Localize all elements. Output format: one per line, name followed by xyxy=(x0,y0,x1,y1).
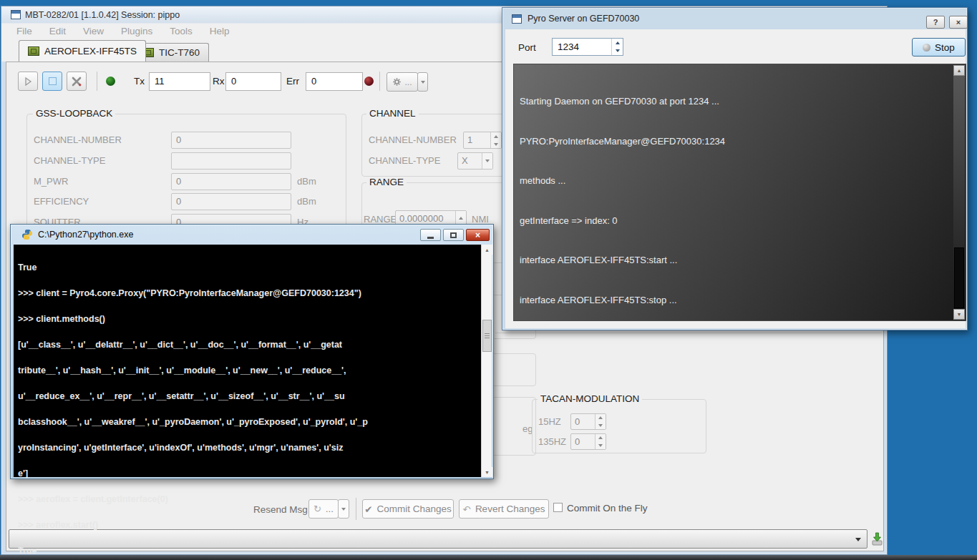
menu-plugins[interactable]: Plugins xyxy=(113,26,160,36)
spinner-arrows[interactable] xyxy=(455,211,466,225)
gss-efficiency-field: 0 xyxy=(171,193,291,210)
desktop: MBT-0282/01 [1.1.0.42] Session: pippo Fi… xyxy=(0,0,977,560)
pyro-window-titlebar[interactable]: Pyro Server on GEFD70030 xyxy=(502,8,967,29)
spin-down-icon xyxy=(616,49,620,52)
spin-down-icon xyxy=(598,444,603,447)
stop-server-icon xyxy=(923,44,930,51)
maximize-button[interactable] xyxy=(443,229,464,241)
scrollbar-thumb[interactable] xyxy=(482,320,492,352)
download-icon xyxy=(871,532,883,546)
pyro-log-console[interactable]: Starting Daemon on GEFD70030 at port 123… xyxy=(513,64,966,321)
spinner-arrows[interactable] xyxy=(595,434,606,449)
maximize-icon xyxy=(450,232,457,238)
tacan-15hz-spinner[interactable]: 0 xyxy=(570,413,606,430)
spinner-arrows[interactable] xyxy=(595,414,606,429)
export-message-button[interactable] xyxy=(871,532,883,546)
menu-tools[interactable]: Tools xyxy=(162,26,200,36)
pyro-scrollbar[interactable]: ▲ ▼ xyxy=(953,65,965,320)
device-chip-icon xyxy=(28,46,39,56)
err-count-field[interactable]: 0 xyxy=(306,72,363,91)
tx-status-led xyxy=(106,77,115,86)
spin-down-icon xyxy=(494,143,498,146)
rx-count-field[interactable]: 0 xyxy=(225,72,281,91)
stop-icon xyxy=(49,77,57,85)
scrollbar-thumb[interactable] xyxy=(954,247,964,308)
python-console-output[interactable]: True >>> client = Pyro4.core.Proxy("PYRO… xyxy=(14,245,492,477)
gss-mpwr-unit: dBm xyxy=(297,176,316,187)
pyro-log-text: Starting Daemon on GEFD70030 at port 123… xyxy=(520,69,948,333)
spinner-arrows[interactable] xyxy=(611,39,623,55)
commit-on-the-fly-label: Commit On the Fly xyxy=(567,503,648,514)
toolbar-separator xyxy=(379,72,380,91)
python-console-text: True >>> client = Pyro4.core.Proxy("PYRO… xyxy=(18,246,368,560)
play-button[interactable] xyxy=(18,72,38,91)
help-button[interactable]: ? xyxy=(926,16,945,29)
scroll-up-icon[interactable]: ▲ xyxy=(953,65,965,76)
tab-label: AEROFLEX-IFF45TS xyxy=(44,46,137,57)
revert-changes-button[interactable]: ↶ Revert Changes xyxy=(459,499,549,519)
channel-number-label: CHANNEL-NUMBER xyxy=(369,134,457,145)
close-button[interactable]: × xyxy=(466,229,490,241)
close-icon: × xyxy=(475,230,480,240)
commit-changes-label: Commit Changes xyxy=(377,503,452,514)
stop-server-button[interactable]: Stop xyxy=(912,38,966,57)
rx-label: Rx xyxy=(213,76,225,87)
port-spinner[interactable]: 1234 xyxy=(552,38,623,56)
play-icon xyxy=(23,77,33,87)
pyro-window-icon xyxy=(512,14,522,24)
tx-label: Tx xyxy=(134,76,145,87)
scroll-down-icon[interactable]: ▼ xyxy=(953,309,965,320)
commit-on-the-fly-checkbox[interactable] xyxy=(553,503,563,512)
channel-type-value: X xyxy=(458,153,482,169)
scroll-down-icon[interactable]: ▼ xyxy=(482,467,492,477)
minimize-button[interactable] xyxy=(420,229,441,241)
range-unit: NMI xyxy=(472,214,489,225)
range-label: RANGE xyxy=(364,214,397,225)
gss-efficiency-label: EFFICIENCY xyxy=(34,196,89,207)
spin-down-icon xyxy=(598,424,603,427)
revert-changes-label: Revert Changes xyxy=(475,503,545,514)
combo-arrow-icon xyxy=(855,538,861,541)
gss-loopback-title: GSS-LOOPBACK xyxy=(33,108,115,119)
tacan-15hz-label: 15HZ xyxy=(538,416,561,427)
menu-view[interactable]: View xyxy=(75,26,112,36)
menu-file[interactable]: File xyxy=(9,26,40,36)
revert-icon: ↶ xyxy=(463,503,471,515)
close-button[interactable]: × xyxy=(949,16,968,29)
spin-up-icon xyxy=(598,436,603,439)
settings-dropdown-button[interactable] xyxy=(417,72,428,92)
gss-channel-number-field: 0 xyxy=(171,132,291,149)
configure-button[interactable] xyxy=(67,72,87,91)
tacan-135hz-label: 135HZ xyxy=(538,436,566,447)
settings-button[interactable]: ... xyxy=(387,72,418,92)
settings-more-label: ... xyxy=(404,77,412,87)
main-window-title: MBT-0282/01 [1.1.0.42] Session: pippo xyxy=(25,10,180,20)
python-scrollbar[interactable]: ▲ ▼ xyxy=(481,245,492,477)
channel-type-dropdown[interactable]: X xyxy=(457,152,493,170)
channel-type-label: CHANNEL-TYPE xyxy=(369,155,440,166)
channel-number-spinner[interactable]: 1 xyxy=(463,132,502,149)
python-window-title: C:\Python27\python.exe xyxy=(38,230,133,240)
close-icon: × xyxy=(956,18,961,26)
tab-aeroflex-iff45ts[interactable]: AEROFLEX-IFF45TS xyxy=(19,40,146,62)
tab-label: TIC-T760 xyxy=(159,47,200,58)
menu-edit[interactable]: Edit xyxy=(42,26,74,36)
stop-button[interactable] xyxy=(42,72,62,91)
tx-count-field[interactable]: 11 xyxy=(149,72,210,91)
channel-number-value: 1 xyxy=(464,132,490,148)
help-icon: ? xyxy=(933,18,938,26)
spin-up-icon xyxy=(616,41,620,44)
dropdown-arrow[interactable] xyxy=(482,153,492,169)
tacan-15hz-value: 0 xyxy=(571,414,595,429)
err-label: Err xyxy=(286,76,299,87)
gss-channel-number-label: CHANNEL-NUMBER xyxy=(34,134,122,145)
port-value: 1234 xyxy=(553,39,611,55)
pyro-server-window: Pyro Server on GEFD70030 ? × Port 1234 S… xyxy=(502,7,968,330)
commit-changes-button[interactable]: ✔ Commit Changes xyxy=(362,499,454,519)
tacan-135hz-spinner[interactable]: 0 xyxy=(570,433,606,450)
spin-up-icon xyxy=(494,135,498,138)
menu-help[interactable]: Help xyxy=(202,26,238,36)
gss-channel-type-label: CHANNEL-TYPE xyxy=(34,155,105,166)
scroll-up-icon[interactable]: ▲ xyxy=(482,245,492,255)
spinner-arrows[interactable] xyxy=(490,132,501,148)
